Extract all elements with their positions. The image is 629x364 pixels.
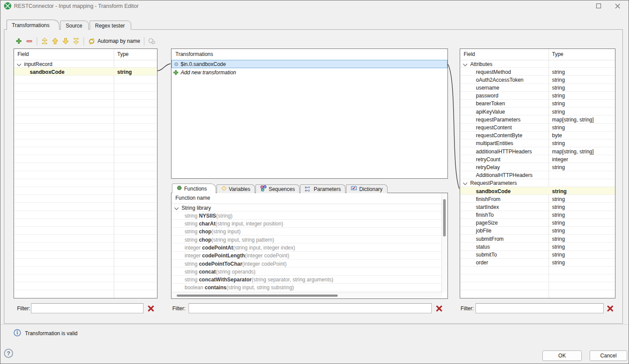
tree-row[interactable]: bearerTokenstring: [460, 100, 615, 107]
tree-row[interactable]: requestContentBytebyte: [460, 132, 615, 139]
tree-row[interactable]: additionalHTTPHeadersmap[string, string]: [460, 147, 615, 155]
function-row[interactable]: integer codePointAt(string input, intege…: [171, 243, 442, 251]
chevron-down-icon[interactable]: [463, 181, 468, 185]
automap-by-name-icon[interactable]: [86, 36, 97, 46]
column-header-field[interactable]: Field: [17, 51, 29, 57]
function-row[interactable]: string codePointToChar(integer codePoint…: [171, 260, 442, 267]
function-row[interactable]: string concatWithSeparator(string separa…: [171, 276, 442, 284]
tree-row-empty: [14, 147, 157, 155]
transformation-item-selected[interactable]: $in.0.sandboxCode: [171, 60, 447, 68]
function-row[interactable]: string concat(string operands): [171, 267, 442, 275]
tab-regex-tester[interactable]: Regex tester: [90, 21, 131, 30]
move-up-icon[interactable]: [50, 36, 60, 46]
column-header-type[interactable]: Type: [552, 51, 563, 57]
tree-row[interactable]: requestParametersmap[string, string]: [460, 115, 615, 123]
left-filter-input[interactable]: [31, 303, 143, 313]
field-type: [114, 259, 157, 266]
function-row[interactable]: string chop(string input, string pattern…: [171, 236, 442, 243]
tree-row[interactable]: oAuth2AccessTokenstring: [460, 76, 615, 83]
tree-row[interactable]: startIndexstring: [460, 203, 615, 211]
scrollbar-thumb[interactable]: [177, 295, 338, 297]
tree-row[interactable]: orderstring: [460, 259, 615, 267]
add-new-transformation[interactable]: Add new transformation: [171, 68, 447, 76]
right-filter-input[interactable]: [475, 303, 604, 313]
tree-row[interactable]: requestContentstring: [460, 124, 615, 132]
tree-row[interactable]: passwordstring: [460, 92, 615, 100]
tree-row[interactable]: Attributes: [460, 60, 615, 68]
tree-row[interactable]: usernamestring: [460, 84, 615, 92]
function-group-row[interactable]: String library: [171, 204, 442, 211]
collapse-all-icon[interactable]: [39, 36, 50, 46]
maximize-button[interactable]: [591, 0, 606, 11]
tree-row[interactable]: RequestParameters: [460, 179, 615, 187]
remove-icon[interactable]: [24, 36, 35, 46]
tree-row[interactable]: pageSizestring: [460, 219, 615, 227]
chevron-down-icon[interactable]: [175, 205, 179, 210]
clear-filter-icon[interactable]: [607, 305, 614, 312]
tree-row-empty: [460, 290, 615, 298]
filter-label: Filter:: [17, 305, 30, 312]
function-row[interactable]: string chop(string input): [171, 228, 442, 236]
cancel-button[interactable]: Cancel: [590, 350, 627, 361]
tree-row[interactable]: finishTostring: [460, 211, 615, 219]
field-type: string: [549, 259, 615, 266]
chevron-down-icon[interactable]: [463, 62, 468, 66]
clear-filter-icon[interactable]: [436, 305, 443, 312]
column-header-type[interactable]: Type: [117, 51, 129, 57]
function-row[interactable]: string charAt(string input, integer posi…: [171, 220, 442, 228]
function-args: (string): [216, 213, 232, 219]
horizontal-scrollbar[interactable]: [171, 292, 442, 298]
tree-row-empty: [14, 139, 157, 147]
tree-row[interactable]: multipartEntitiesstring: [460, 139, 615, 147]
field-name: requestMethod: [476, 69, 511, 75]
transformation-expression[interactable]: $in.0.sandboxCode: [181, 61, 226, 67]
field-type: [114, 115, 157, 123]
tree-row[interactable]: submitFromstring: [460, 235, 615, 243]
add-new-transformation-label[interactable]: Add new transformation: [181, 69, 236, 76]
ok-button[interactable]: OK: [542, 350, 582, 361]
tree-row[interactable]: finishFromstring: [460, 195, 615, 203]
tree-row[interactable]: AdditionalHTTPHeaders: [460, 171, 615, 179]
tree-row[interactable]: retryDelaystring: [460, 163, 615, 171]
tab-dictionary[interactable]: Dictionary: [346, 184, 387, 193]
tab-variables[interactable]: Variables: [217, 184, 255, 193]
help-button[interactable]: ?: [4, 349, 13, 358]
column-header-field[interactable]: Field: [464, 51, 475, 57]
tree-row[interactable]: retryCountinteger: [460, 155, 615, 163]
tab-transformations[interactable]: Transformations: [7, 20, 59, 30]
clear-filter-icon[interactable]: [147, 305, 154, 312]
function-row[interactable]: string NYSIIS(string): [171, 211, 442, 219]
tree-row[interactable]: statusstring: [460, 243, 615, 250]
tree-row-empty: [14, 107, 157, 115]
tree-row[interactable]: inputRecord: [14, 60, 157, 68]
scrollbar-thumb[interactable]: [443, 199, 446, 236]
tab-sequences[interactable]: 023Sequences: [255, 184, 300, 193]
tab-functions[interactable]: Functions: [172, 184, 216, 193]
tree-row[interactable]: jobFilestring: [460, 227, 615, 235]
function-row[interactable]: boolean contains(string input, string su…: [171, 284, 442, 291]
tree-row[interactable]: sandboxCodestring: [460, 187, 615, 195]
automap-by-name-label[interactable]: Automap by name: [98, 38, 140, 44]
function-return-type: string: [185, 229, 199, 235]
field-type: string: [549, 219, 615, 226]
tree-row[interactable]: sandboxCodestring: [14, 68, 157, 76]
function-args: (string input, string pattern): [211, 237, 274, 243]
move-down-icon[interactable]: [60, 36, 71, 46]
add-icon[interactable]: [14, 36, 24, 46]
title-bar[interactable]: RESTConnector - Input mapping - Transfor…: [0, 0, 629, 12]
field-name: Attributes: [470, 61, 493, 67]
vertical-scrollbar[interactable]: [441, 193, 447, 293]
tree-row[interactable]: submitTostring: [460, 251, 615, 259]
expand-all-icon[interactable]: [71, 36, 81, 46]
chevron-down-icon[interactable]: [17, 62, 21, 66]
tab-source[interactable]: Source: [60, 21, 89, 30]
function-row[interactable]: integer codePointLength(integer codePoin…: [171, 252, 442, 260]
middle-filter-input[interactable]: [189, 303, 432, 313]
close-icon[interactable]: [610, 0, 625, 11]
tree-row-empty: [14, 100, 157, 107]
tree-row[interactable]: apiKeyValuestring: [460, 107, 615, 115]
tab-parameters[interactable]: X=YA=1Parameters: [300, 184, 346, 193]
function-name-header[interactable]: Function name: [175, 195, 210, 201]
field-type: string: [549, 211, 615, 218]
tree-row[interactable]: requestMethodstring: [460, 68, 615, 76]
